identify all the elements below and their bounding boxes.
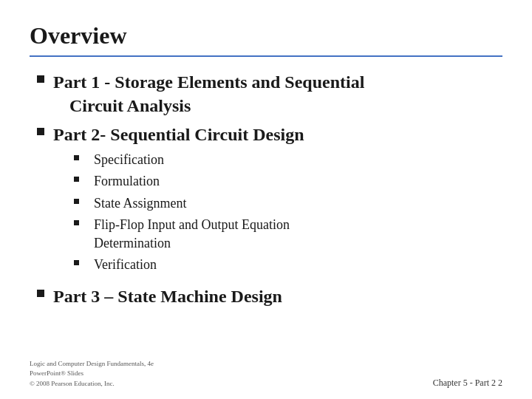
sub-bullets: Specification Formulation State Assignme… [59,151,502,274]
footer-left: Logic and Computer Design Fundamentals, … [30,359,154,389]
sub-bullet-flipflop-line2: Determination [94,234,290,253]
content-area: Part 1 - Storage Elements and Sequential… [30,70,502,309]
footer-right: Chapter 5 - Part 2 2 [433,378,502,389]
sub-bullet-specification-text: Specification [94,151,164,169]
bullet-square-3 [37,290,44,297]
footer-line3: © 2008 Pearson Education, Inc. [30,379,154,389]
sub-bullet-state-assignment: State Assignment [59,194,502,213]
part1-text: Part 1 - Storage Elements and Sequential… [53,70,364,118]
footer-line2: PowerPoint® Slides [30,369,154,379]
sub-bullet-specification: Specification [59,151,502,169]
sub-bullet-sq-2 [74,177,79,182]
sub-bullet-sq-3 [74,199,79,204]
sub-bullet-sq-5 [74,260,79,265]
sub-bullet-flipflop-line1: Flip-Flop Input and Output Equation [94,216,290,234]
sub-bullet-formulation-text: Formulation [94,172,160,191]
part3-text: Part 3 – State Machine Design [53,284,282,308]
part3-bullet: Part 3 – State Machine Design [37,284,502,308]
part1-bullet: Part 1 - Storage Elements and Sequential… [37,70,502,118]
part2-bullet: Part 2- Sequential Circuit Design [37,123,502,146]
footer: Logic and Computer Design Fundamentals, … [30,359,502,389]
sub-bullet-sq-1 [74,155,79,160]
slide: Overview Part 1 - Storage Elements and S… [0,0,532,399]
bullet-square-1 [37,75,44,83]
footer-line1: Logic and Computer Design Fundamentals, … [30,359,154,369]
part2-text: Part 2- Sequential Circuit Design [53,123,304,146]
part1-line2: Circuit Analysis [53,94,364,117]
slide-title: Overview [30,22,502,50]
part1-line1: Part 1 - Storage Elements and Sequential [53,70,364,94]
sub-bullet-sq-4 [74,220,79,225]
sub-bullet-verification-text: Verification [94,256,157,274]
sub-bullet-formulation: Formulation [59,172,502,191]
sub-bullet-state-text: State Assignment [94,194,187,213]
sub-bullet-flipflop: Flip-Flop Input and Output Equation Dete… [59,216,502,253]
sub-bullet-verification: Verification [59,256,502,274]
title-divider [30,55,502,57]
bullet-square-2 [37,128,44,135]
